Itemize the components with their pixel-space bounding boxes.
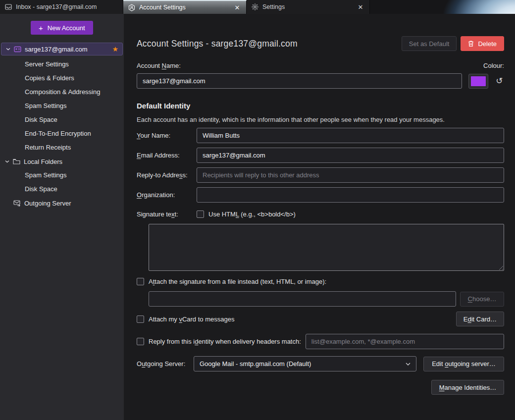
plus-icon: + (39, 24, 43, 32)
colour-reset-icon[interactable]: ↺ (495, 76, 504, 86)
account-settings-pane: Account Settings - sarge137@gmail.com Se… (124, 14, 515, 420)
organization-input[interactable] (197, 187, 504, 203)
mail-icon (5, 4, 12, 10)
attach-signature-file-checkbox[interactable] (137, 278, 144, 285)
trash-icon (468, 40, 474, 47)
tab-settings[interactable]: Settings ✕ (247, 0, 370, 14)
account-settings-icon (128, 4, 135, 11)
your-name-label: Your Name: (137, 132, 197, 139)
email-address-label: Email Address: (137, 152, 197, 159)
sidebar-item-server-settings[interactable]: Server Settings (0, 57, 124, 71)
account-icon (14, 46, 21, 52)
sidebar-item-e2e-encryption[interactable]: End-To-End Encryption (0, 127, 124, 141)
reply-to-label: Reply-to Address: (137, 171, 197, 179)
reply-from-identity-input[interactable] (306, 334, 504, 349)
default-account-star-icon: ★ (112, 45, 118, 53)
sidebar-item-composition-addressing[interactable]: Composition & Addressing (0, 85, 124, 99)
attach-signature-file-label: Attach the signature from a file instead… (149, 278, 326, 285)
default-identity-heading: Default Identity (137, 102, 504, 110)
attach-vcard-label: Attach my vCard to messages (149, 315, 234, 323)
colour-swatch (471, 76, 486, 86)
page-header: Account Settings - sarge137@gmail.com Se… (137, 36, 504, 51)
tab-inbox[interactable]: Inbox - sarge137@gmail.com (0, 0, 123, 14)
your-name-input[interactable] (197, 128, 504, 143)
new-account-button[interactable]: + New Account (31, 21, 93, 35)
signature-file-input[interactable] (149, 291, 456, 307)
signature-textarea-wrap (149, 224, 504, 271)
folder-icon (13, 158, 20, 164)
chevron-down-icon (406, 363, 411, 366)
default-identity-description: Each account has an identity, which is t… (137, 116, 504, 123)
sidebar-item-copies-folders[interactable]: Copies & Folders (0, 71, 124, 85)
chevron-down-icon[interactable] (4, 160, 9, 163)
email-address-input[interactable] (197, 148, 504, 163)
page-title: Account Settings - sarge137@gmail.com (137, 39, 398, 49)
reply-from-identity-label: Reply from this identity when delivery h… (149, 338, 301, 345)
sidebar-account-name: sarge137@gmail.com (25, 46, 88, 53)
tab-close-icon[interactable]: ✕ (357, 3, 364, 11)
gear-icon (252, 3, 258, 10)
reply-to-input[interactable] (197, 167, 504, 183)
sidebar-item-spam-settings[interactable]: Spam Settings (0, 99, 124, 113)
chevron-down-icon[interactable] (5, 48, 10, 51)
reply-from-identity-checkbox[interactable] (137, 338, 144, 345)
outgoing-server-value: Google Mail - smtp.gmail.com (Default) (200, 360, 406, 368)
tab-settings-label: Settings (262, 3, 285, 10)
titlebar-background-image (352, 0, 515, 14)
delete-account-button[interactable]: Delete (461, 36, 504, 51)
outgoing-server-select[interactable]: Google Mail - smtp.gmail.com (Default) (194, 356, 416, 371)
tab-inbox-label: Inbox - sarge137@gmail.com (16, 3, 97, 10)
delete-button-label: Delete (478, 40, 497, 48)
organization-label: Organization: (137, 191, 197, 199)
sidebar-account-row[interactable]: sarge137@gmail.com ★ (1, 43, 123, 55)
tab-close-icon[interactable]: ✕ (233, 3, 241, 11)
sidebar-item-disk-space[interactable]: Disk Space (0, 113, 124, 127)
tab-account-settings[interactable]: Account Settings ✕ (123, 0, 247, 14)
account-name-label: Account Name: (137, 62, 181, 69)
attach-vcard-checkbox[interactable] (137, 315, 144, 323)
signature-text-label: Signature text: (137, 210, 197, 218)
sidebar-item-outgoing-server[interactable]: Outgoing Server (0, 196, 124, 210)
tab-strip: Inbox - sarge137@gmail.com Account Setti… (0, 0, 515, 14)
sidebar-item-local-spam-settings[interactable]: Spam Settings (0, 168, 124, 182)
colour-swatch-button[interactable] (468, 74, 488, 89)
use-html-label: Use HTML (e.g., <b>bold</b>) (208, 210, 296, 218)
outgoing-server-icon (13, 200, 21, 207)
edit-card-button[interactable]: Edit Card… (456, 312, 504, 326)
set-as-default-button[interactable]: Set as Default (402, 36, 457, 51)
account-name-input[interactable] (137, 73, 462, 89)
sidebar-item-return-receipts[interactable]: Return Receipts (0, 141, 124, 155)
manage-identities-button[interactable]: Manage Identities… (431, 380, 504, 395)
outgoing-server-label: Outgoing Server (24, 200, 71, 207)
local-folders-label: Local Folders (24, 158, 62, 165)
colour-label: Colour: (483, 62, 504, 69)
signature-textarea[interactable] (149, 224, 504, 270)
outgoing-server-label: Outgoing Server: (137, 360, 194, 368)
tab-account-settings-label: Account Settings (139, 4, 186, 11)
settings-sidebar: + New Account sarge137@gmail.com ★ Serve… (0, 14, 124, 420)
choose-file-button[interactable]: Choose… (460, 292, 504, 307)
sidebar-item-local-disk-space[interactable]: Disk Space (0, 182, 124, 196)
edit-outgoing-server-button[interactable]: Edit outgoing server… (423, 357, 504, 371)
use-html-checkbox[interactable] (197, 210, 204, 218)
new-account-label: New Account (48, 24, 85, 32)
sidebar-item-local-folders[interactable]: Local Folders (0, 155, 124, 168)
